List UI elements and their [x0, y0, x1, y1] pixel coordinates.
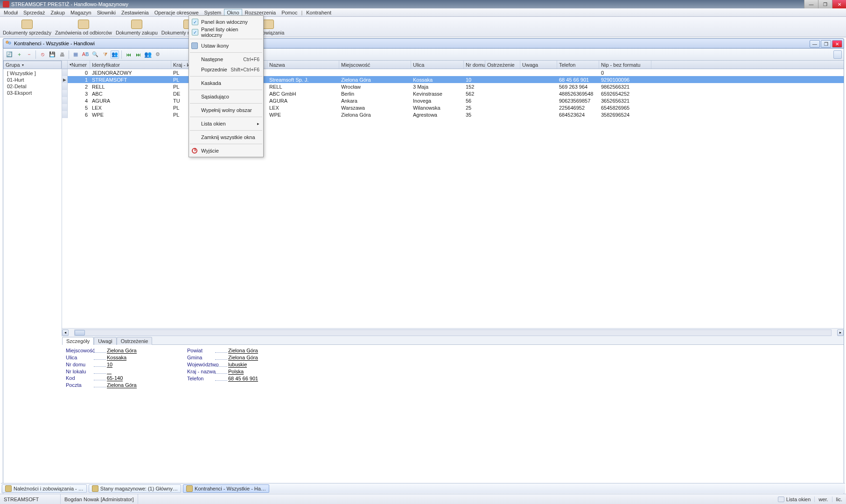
settings-icon[interactable]: ⚙ — [154, 50, 162, 59]
detail-value[interactable]: Zielona Góra — [228, 348, 258, 354]
scroll-left-button[interactable]: ◂ — [62, 329, 69, 336]
cell-id: WPE — [90, 111, 171, 118]
menu-moduł[interactable]: Moduł — [1, 9, 21, 16]
column-header[interactable]: Nr domu — [464, 61, 485, 69]
grid-icon[interactable]: ▦ — [71, 50, 80, 59]
panel-toggle-button[interactable] — [833, 50, 842, 59]
cell-ulica: Wilanowska — [411, 104, 464, 111]
column-header[interactable]: Telefon — [557, 61, 599, 69]
child-restore-button[interactable]: ❐ — [821, 40, 831, 48]
toolbar-dokumenty-sprzedaży[interactable]: Dokumenty sprzedaży — [1, 19, 53, 36]
detail-value[interactable]: Polska — [228, 369, 244, 375]
minimize-button[interactable]: — — [804, 0, 818, 8]
menu-sprzedaż[interactable]: Sprzedaż — [21, 9, 48, 16]
detail-tab-uwagi[interactable]: Uwagi — [94, 337, 117, 345]
menu-zestawienia[interactable]: Zestawienia — [119, 9, 152, 16]
remove-icon[interactable]: － — [25, 50, 33, 59]
toolbar-dokumenty-zakupu[interactable]: Dokumenty zakupu — [114, 19, 160, 36]
menu-item-panel-ikon-widoczny[interactable]: ✓Panel ikon widoczny — [189, 17, 263, 27]
menu-kontrahent[interactable]: Kontrahent — [303, 9, 334, 16]
menu-pomoc[interactable]: Pomoc — [279, 9, 300, 16]
menu-item-sąsiadująco[interactable]: Sąsiadująco — [189, 91, 263, 102]
detail-value[interactable]: Kossaka — [107, 355, 126, 361]
window-tab[interactable]: Stany magazynowe: (1) Główny… — [89, 484, 181, 493]
save-icon[interactable]: 💾 — [48, 50, 56, 59]
detail-value[interactable]: Zielona Góra — [107, 348, 137, 354]
column-header[interactable]: ▾Numer — [68, 61, 90, 69]
column-header[interactable]: Ostrzeżenie — [485, 61, 520, 69]
table-row[interactable]: 5LEXPLLEXWarszawaWilanowska2522564695265… — [62, 104, 844, 111]
group-tree[interactable]: [ Wszystkie ]01-Hurt02-Detal03-Eksport — [3, 69, 62, 97]
column-header[interactable]: Identyfikator — [90, 61, 171, 69]
menu-item-następne[interactable]: NastępneCtrl+F6 — [189, 54, 263, 64]
maximize-button[interactable]: ❐ — [818, 0, 832, 8]
table-row[interactable]: 0JEDNORAZOWYPL0 — [62, 69, 844, 76]
scroll-thumb[interactable] — [75, 330, 85, 336]
detail-value[interactable]: 68 45 66 901 — [228, 376, 258, 382]
menu-magazyn[interactable]: Magazyn — [68, 9, 94, 16]
refresh-icon[interactable]: 🔄 — [5, 50, 14, 59]
detail-value[interactable]: Zielona Góra — [228, 355, 258, 361]
groups-icon[interactable]: 👥 — [111, 50, 119, 59]
status-window-list[interactable]: Lista okien — [774, 497, 815, 502]
window-tab[interactable]: Kontrahenci - Wszystkie - Ha… — [183, 484, 269, 493]
menu-item-ustaw-ikony[interactable]: Ustaw ikony — [189, 41, 263, 51]
column-header[interactable]: Nip - bez formatu — [599, 61, 651, 69]
detail-value[interactable]: 65-140 — [107, 375, 123, 381]
menu-słowniki[interactable]: Słowniki — [94, 9, 119, 16]
menu-item-panel-listy-okien-widoczny[interactable]: ✓Panel listy okien widoczny — [189, 27, 263, 37]
window-icon — [186, 485, 193, 492]
detail-pane: SzczegółyUwagiOstrzeżenie MiejscowośćZie… — [62, 336, 844, 502]
menu-item-lista-okien[interactable]: Lista okien▸ — [189, 119, 263, 129]
menu-item-wypełnij-wolny-obszar[interactable]: Wypełnij wolny obszar — [189, 105, 263, 115]
sort-icon[interactable]: AB — [81, 50, 90, 59]
menu-item-label: Sąsiadująco — [201, 94, 229, 99]
table-row[interactable]: 2RELLPLRELLWrocław3 Maja152569 263 96498… — [62, 83, 844, 90]
grid-horizontal-scrollbar[interactable]: ◂ ▸ — [62, 328, 844, 336]
child-minimize-button[interactable]: — — [810, 40, 820, 48]
goto-first-icon[interactable]: ⏮ — [124, 50, 133, 59]
detail-value[interactable]: 10 — [107, 362, 112, 368]
window-tab[interactable]: Należności i zobowiązania - … — [2, 484, 87, 493]
child-close-button[interactable]: ✕ — [832, 40, 842, 48]
table-row[interactable]: ▶1STREAMSOFTPLStreamsoft Sp. J.Zielona G… — [62, 76, 844, 83]
find-icon[interactable]: 🔍 — [91, 50, 99, 59]
menu-zakup[interactable]: Zakup — [48, 9, 68, 16]
column-header[interactable]: Uwaga — [520, 61, 557, 69]
tree-item[interactable]: [ Wszystkie ] — [3, 70, 62, 77]
grid-body[interactable]: 0JEDNORAZOWYPL0▶1STREAMSOFTPLStreamsoft … — [62, 69, 844, 328]
people-icon[interactable]: 👥 — [144, 50, 152, 59]
grid-header[interactable]: ▾NumerIdentyfikatorKraj - kodNazwaMiejsc… — [62, 61, 844, 69]
detail-value[interactable]: lubuskie — [228, 362, 247, 368]
detail-tab-ostrzeżenie[interactable]: Ostrzeżenie — [117, 337, 153, 345]
column-header[interactable]: Miejscowość — [339, 61, 411, 69]
window-icon — [92, 485, 98, 492]
close-button[interactable]: ✕ — [832, 0, 846, 8]
print-icon[interactable]: 🖶 — [58, 50, 66, 59]
column-header[interactable]: Nazwa — [267, 61, 339, 69]
column-header[interactable]: Ulica — [411, 61, 464, 69]
detail-content: MiejscowośćZielona GóraUlicaKossakaNr do… — [62, 345, 844, 502]
menu-item-wyjście[interactable]: Wyjście — [189, 146, 263, 156]
table-row[interactable]: 4AGURATUAGURAAnkaraInovega56906235698573… — [62, 97, 844, 104]
group-column-header[interactable]: Grupa ▾ — [3, 61, 62, 69]
detail-tab-szczegóły[interactable]: Szczegóły — [62, 337, 94, 345]
toolbar-zamówienia-od-odbiorców[interactable]: Zamówienia od odbiorców — [53, 19, 114, 36]
scroll-right-button[interactable]: ▸ — [837, 329, 844, 336]
table-row[interactable]: 6WPEPLWPEZielona GóraAgrestowa3568452362… — [62, 111, 844, 118]
okno-dropdown-menu[interactable]: ✓Panel ikon widoczny✓Panel listy okien w… — [189, 15, 264, 157]
detail-value[interactable] — [107, 369, 112, 374]
goto-last-icon[interactable]: ⏭ — [134, 50, 142, 59]
tree-item[interactable]: 02-Detal — [3, 83, 62, 90]
add-icon[interactable]: ＋ — [15, 50, 23, 59]
scroll-track[interactable] — [74, 329, 832, 336]
tree-item[interactable]: 01-Hurt — [3, 77, 62, 83]
detail-value[interactable]: Zielona Góra — [107, 382, 137, 388]
cancel-icon[interactable]: ⦸ — [38, 50, 47, 59]
table-row[interactable]: 3ABCDEABC GmbHBerlinKevinstrasse56248852… — [62, 90, 844, 97]
menu-item-zamknij-wszystkie-okna[interactable]: Zamknij wszystkie okna — [189, 132, 263, 142]
menu-item-poprzednie[interactable]: PoprzednieShift+Ctrl+F6 — [189, 64, 263, 75]
menu-item-kaskada[interactable]: Kaskada — [189, 78, 263, 88]
tree-item[interactable]: 03-Eksport — [3, 90, 62, 96]
filter-icon[interactable]: ⧩ — [101, 50, 109, 59]
